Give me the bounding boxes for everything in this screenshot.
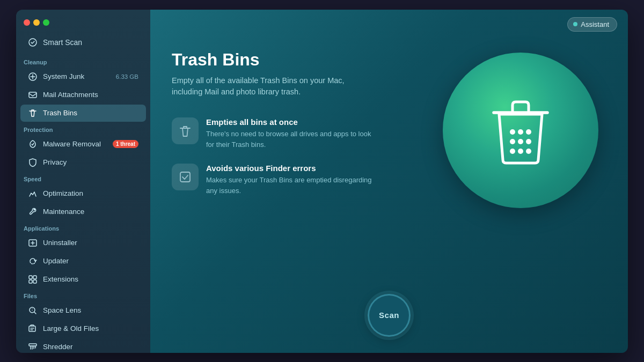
empties-all-text: Empties all bins at once There's no need… xyxy=(206,117,378,150)
malware-removal-label: Malware Removal xyxy=(43,140,101,148)
sidebar-item-malware-removal[interactable]: Malware Removal 1 threat xyxy=(20,136,146,153)
assistant-status-dot xyxy=(573,22,577,26)
malware-threat-badge: 1 threat xyxy=(113,140,138,148)
svg-point-18 xyxy=(510,139,515,144)
empties-all-title: Empties all bins at once xyxy=(206,117,378,127)
system-junk-label: System Junk xyxy=(43,72,84,80)
page-description: Empty all of the available Trash Bins on… xyxy=(172,75,376,99)
space-lens-label: Space Lens xyxy=(43,306,81,314)
svg-point-19 xyxy=(518,139,523,144)
icon-showcase xyxy=(435,45,606,216)
svg-point-20 xyxy=(526,139,531,144)
sidebar-item-uninstaller[interactable]: Uninstaller xyxy=(20,234,146,252)
close-button[interactable] xyxy=(24,19,30,26)
svg-rect-10 xyxy=(29,326,35,331)
space-lens-icon xyxy=(28,306,38,315)
smart-scan-nav-item[interactable]: Smart Scan xyxy=(20,33,146,51)
assistant-button[interactable]: Assistant xyxy=(567,17,617,32)
privacy-icon xyxy=(28,158,38,167)
svg-point-15 xyxy=(510,129,515,135)
optimization-label: Optimization xyxy=(43,189,83,197)
svg-rect-7 xyxy=(33,280,36,283)
sidebar-item-trash-bins[interactable]: Trash Bins xyxy=(20,105,146,122)
empties-all-description: There's no need to browse all drives and… xyxy=(206,129,378,150)
feature-avoids-errors: Avoids various Finder errors Makes sure … xyxy=(172,164,424,196)
trash-bins-label: Trash Bins xyxy=(43,109,77,117)
section-speed-label: Speed xyxy=(16,172,150,184)
smart-scan-label: Smart Scan xyxy=(43,38,82,47)
malware-removal-icon xyxy=(28,139,38,149)
trash-icon-circle xyxy=(443,53,598,208)
updater-icon xyxy=(28,256,38,266)
mail-attachments-icon xyxy=(28,90,38,100)
avoids-errors-icon xyxy=(172,164,199,190)
sidebar-item-shredder[interactable]: Shredder xyxy=(20,338,146,353)
large-old-files-icon xyxy=(28,324,38,334)
content-area: Trash Bins Empty all of the available Tr… xyxy=(150,39,628,283)
updater-label: Updater xyxy=(43,257,69,265)
extensions-label: Extensions xyxy=(43,275,78,283)
sidebar-item-privacy[interactable]: Privacy xyxy=(20,154,146,171)
scan-button[interactable]: Scan xyxy=(368,294,411,337)
privacy-label: Privacy xyxy=(43,158,67,166)
avoids-errors-text: Avoids various Finder errors Makes sure … xyxy=(206,164,378,196)
sidebar-item-space-lens[interactable]: Space Lens xyxy=(20,302,146,319)
smart-scan-icon xyxy=(28,38,38,47)
empties-all-icon xyxy=(172,117,199,144)
traffic-lights xyxy=(16,15,150,33)
trash-large-icon xyxy=(480,90,561,171)
uninstaller-label: Uninstaller xyxy=(43,239,77,247)
svg-rect-4 xyxy=(29,276,32,279)
shredder-icon xyxy=(28,342,38,352)
sidebar-item-maintenance[interactable]: Maintenance xyxy=(20,203,146,220)
maintenance-icon xyxy=(28,207,38,217)
trash-bins-icon xyxy=(28,108,38,118)
mail-attachments-label: Mail Attachments xyxy=(43,91,98,99)
extensions-icon xyxy=(28,275,38,284)
section-protection-label: Protection xyxy=(16,122,150,135)
assistant-label: Assistant xyxy=(581,20,609,28)
svg-rect-2 xyxy=(29,92,36,98)
system-junk-icon xyxy=(28,72,38,82)
large-old-files-label: Large & Old Files xyxy=(43,324,99,333)
section-cleanup-label: Cleanup xyxy=(16,55,150,68)
svg-rect-5 xyxy=(33,276,36,279)
feature-empties-all: Empties all bins at once There's no need… xyxy=(172,117,424,150)
content-left: Trash Bins Empty all of the available Tr… xyxy=(172,50,435,283)
minimize-button[interactable] xyxy=(33,19,40,26)
avoids-errors-description: Makes sure your Trash Bins are emptied d… xyxy=(206,175,378,196)
shredder-label: Shredder xyxy=(43,343,73,351)
svg-point-17 xyxy=(526,129,531,135)
sidebar-item-large-old-files[interactable]: Large & Old Files xyxy=(20,320,146,337)
section-files-label: Files xyxy=(16,289,150,301)
main-content: Assistant Trash Bins Empty all of the av… xyxy=(150,10,628,353)
sidebar-item-extensions[interactable]: Extensions xyxy=(20,271,146,288)
sidebar-item-optimization[interactable]: Optimization xyxy=(20,185,146,202)
svg-rect-14 xyxy=(180,172,190,182)
optimization-icon xyxy=(28,189,38,198)
svg-point-16 xyxy=(518,129,523,135)
uninstaller-icon xyxy=(28,238,38,248)
svg-rect-6 xyxy=(29,280,32,283)
avoids-errors-title: Avoids various Finder errors xyxy=(206,164,378,173)
svg-point-23 xyxy=(526,149,531,154)
maintenance-label: Maintenance xyxy=(43,208,84,216)
svg-point-21 xyxy=(510,149,515,154)
topbar: Assistant xyxy=(150,10,628,39)
system-junk-size: 6.33 GB xyxy=(116,73,138,80)
section-applications-label: Applications xyxy=(16,221,150,234)
sidebar: Smart Scan Cleanup System Junk 6.33 GB M… xyxy=(16,10,150,353)
svg-point-22 xyxy=(518,149,523,154)
sidebar-item-system-junk[interactable]: System Junk 6.33 GB xyxy=(20,68,146,85)
scan-button-container: Scan xyxy=(150,283,628,353)
sidebar-item-updater[interactable]: Updater xyxy=(20,253,146,270)
maximize-button[interactable] xyxy=(43,19,49,26)
page-title: Trash Bins xyxy=(172,50,424,70)
sidebar-item-mail-attachments[interactable]: Mail Attachments xyxy=(20,86,146,104)
main-window: Smart Scan Cleanup System Junk 6.33 GB M… xyxy=(16,10,628,353)
